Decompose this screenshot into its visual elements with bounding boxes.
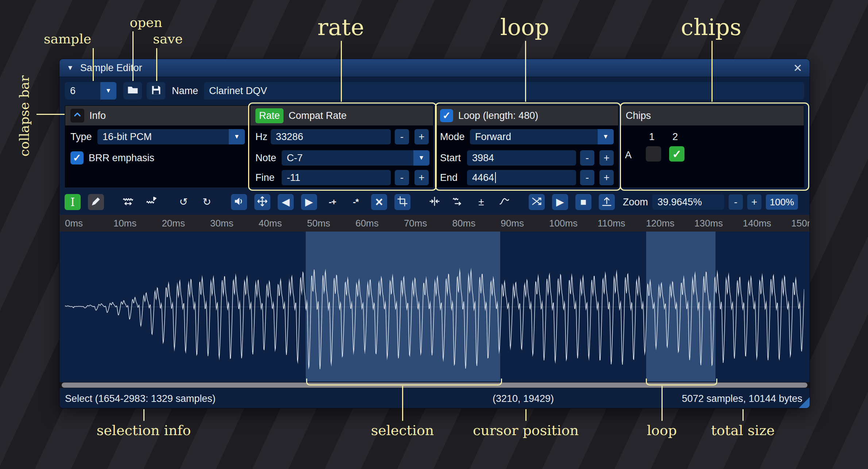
zoom-controls: Zoom 39.9645% - + 100%	[623, 194, 798, 210]
annotation-loop: loop	[500, 14, 549, 40]
waveform-area	[59, 232, 810, 381]
folder-open-icon	[127, 84, 139, 97]
info-header[interactable]: Info	[65, 106, 250, 125]
zoom-input[interactable]: 39.9645%	[652, 194, 724, 210]
window-collapse-icon[interactable]: ▼	[67, 64, 74, 72]
annotation-collapse-bar-line	[36, 114, 65, 115]
type-dropdown[interactable]: 16-bit PCM ▼	[97, 129, 245, 144]
timeline-ruler[interactable]: 0ms10ms20ms30ms40ms50ms60ms70ms80ms90ms1…	[59, 215, 810, 232]
fade-in-button[interactable]: ◀	[278, 194, 294, 210]
timeline-label: 10ms	[113, 218, 137, 229]
annotation-selection-info: selection info	[97, 422, 191, 438]
undo-button[interactable]: ↺	[175, 194, 192, 210]
annotation-sample: sample	[44, 31, 91, 46]
collapse-info-button[interactable]	[70, 109, 84, 123]
import-button[interactable]	[599, 194, 615, 210]
edit-mode-select-button[interactable]: I	[65, 194, 81, 210]
sign-invert-button[interactable]: ±	[473, 194, 489, 210]
check-icon: ✓	[73, 153, 81, 163]
timeline-label: 70ms	[404, 218, 427, 229]
volume-icon	[234, 196, 244, 208]
chevron-down-icon[interactable]: ▼	[100, 82, 116, 100]
filter-button[interactable]	[497, 194, 513, 210]
resize-icon	[123, 196, 134, 208]
invert-button[interactable]	[450, 194, 466, 210]
toolbar: I↺↻◀▶-+-*×±▶■ Zoom 39.9645% - + 100%	[59, 193, 810, 211]
annotation-loop-line	[525, 41, 526, 102]
crossfade-button[interactable]	[529, 194, 545, 210]
delete-button[interactable]: ×	[371, 194, 387, 210]
arrows-inward-icon	[429, 196, 440, 208]
annotation-loop-region: loop	[647, 422, 677, 438]
chevron-up-icon	[72, 109, 82, 122]
amplify-button[interactable]	[231, 194, 247, 210]
floppy-save-icon	[151, 85, 162, 97]
annotation-rate-line	[341, 41, 342, 102]
type-label: Type	[70, 131, 92, 143]
name-value: Clarinet DQV	[209, 85, 267, 97]
insert-silence-button[interactable]: -+	[324, 194, 340, 210]
wave-arrow-icon	[452, 196, 463, 208]
annotation-selection-info-line	[143, 409, 144, 421]
stop-preview-button[interactable]: ■	[575, 194, 591, 210]
minus-star-icon: -*	[353, 198, 358, 206]
rate-highlight-box	[248, 102, 437, 191]
window-titlebar[interactable]: ▼ Sample Editor ✕	[59, 59, 810, 77]
undo-icon: ↺	[179, 197, 188, 207]
preview-button[interactable]: ▶	[552, 194, 568, 210]
annotation-collapse-bar: collapse bar	[17, 75, 32, 156]
waveform-canvas[interactable]	[65, 232, 804, 381]
edit-mode-draw-button[interactable]	[88, 194, 104, 210]
open-sample-button[interactable]	[123, 82, 142, 100]
chevron-down-icon[interactable]: ▼	[229, 129, 245, 144]
pencil-icon	[90, 196, 101, 208]
loop-highlight-bracket	[646, 379, 717, 385]
timeline-label: 130ms	[694, 218, 723, 229]
resample-icon	[146, 196, 157, 208]
save-sample-button[interactable]	[147, 82, 165, 100]
timeline-label: 150ms	[791, 218, 810, 229]
timeline-label: 30ms	[210, 218, 234, 229]
stop-icon: ■	[580, 197, 587, 207]
redo-button[interactable]: ↻	[199, 194, 215, 210]
annotation-sample-line	[93, 48, 94, 81]
annotation-chips-line	[711, 41, 713, 102]
cross-arrows-icon	[531, 196, 542, 208]
loop-highlight-box	[435, 102, 621, 191]
zoom-label: Zoom	[623, 197, 648, 208]
name-label: Name	[172, 85, 198, 97]
normalize-button[interactable]	[254, 194, 270, 210]
reverse-button[interactable]	[427, 194, 443, 210]
fade-out-button[interactable]: ▶	[301, 194, 317, 210]
sample-row: 6 ▼ Name Clarinet DQV	[59, 82, 810, 100]
triangle-right-icon: ▶	[305, 197, 313, 207]
zoom-reset-button[interactable]: 100%	[766, 194, 798, 210]
sample-number-value: 6	[65, 82, 100, 100]
timeline-label: 120ms	[646, 218, 674, 229]
sample-number-select[interactable]: 6 ▼	[65, 82, 116, 100]
minus-plus-icon: -+	[329, 198, 336, 206]
annotation-save-line	[156, 48, 157, 81]
brr-emphasis-checkbox[interactable]: ✓	[70, 151, 84, 164]
redo-icon: ↻	[202, 197, 211, 207]
timeline-label: 20ms	[162, 218, 185, 229]
resize-grip[interactable]	[799, 397, 810, 408]
annotation-total-size-line	[742, 409, 744, 421]
info-section: Info Type 16-bit PCM ▼ ✓ BRR emphasis	[65, 105, 250, 187]
annotation-open: open	[130, 15, 162, 30]
resize-button[interactable]	[120, 194, 136, 210]
apply-silence-button[interactable]: -*	[348, 194, 364, 210]
info-header-label: Info	[89, 110, 106, 121]
close-icon[interactable]: ✕	[793, 62, 802, 74]
annotation-total-size: total size	[711, 422, 775, 438]
zoom-value: 39.9645%	[657, 197, 702, 208]
toolbar-buttons: I↺↻◀▶-+-*×±▶■	[65, 194, 615, 210]
zoom-minus-button[interactable]: -	[729, 194, 743, 210]
timeline-label: 40ms	[259, 218, 282, 229]
trim-button[interactable]	[394, 194, 410, 210]
annotation-cursor-position: cursor position	[473, 422, 579, 438]
annotation-open-line	[132, 31, 134, 81]
zoom-plus-button[interactable]: +	[747, 194, 761, 210]
resample-button[interactable]	[143, 194, 159, 210]
name-input[interactable]: Clarinet DQV	[204, 82, 804, 100]
